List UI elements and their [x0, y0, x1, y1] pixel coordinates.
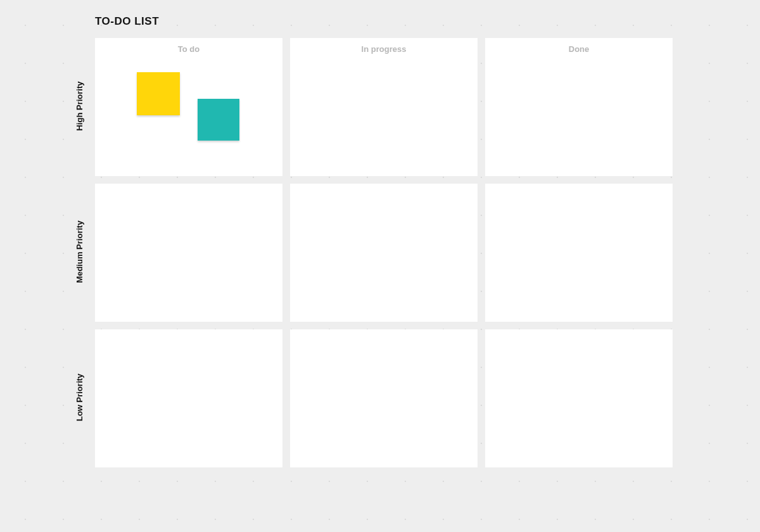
- row-label-low-priority: Low Priority: [75, 353, 84, 442]
- column-header-done: Done: [485, 38, 673, 54]
- cell-low-done[interactable]: [485, 329, 673, 467]
- column-header-todo: To do: [95, 38, 282, 54]
- cell-high-inprogress[interactable]: In progress: [290, 38, 478, 176]
- cell-low-todo[interactable]: [95, 329, 282, 467]
- cell-medium-done[interactable]: [485, 184, 673, 322]
- cell-high-todo[interactable]: To do: [95, 38, 282, 176]
- row-label-high-priority: High Priority: [75, 62, 84, 151]
- kanban-grid: To do In progress Done: [95, 38, 673, 467]
- row-label-medium-priority: Medium Priority: [75, 208, 84, 296]
- cell-medium-todo[interactable]: [95, 184, 282, 322]
- sticky-note-teal[interactable]: [198, 99, 239, 141]
- cell-low-inprogress[interactable]: [290, 329, 478, 467]
- column-header-inprogress: In progress: [290, 38, 478, 54]
- cell-high-done[interactable]: Done: [485, 38, 673, 176]
- cell-medium-inprogress[interactable]: [290, 184, 478, 322]
- board-title: TO-DO LIST: [95, 15, 159, 28]
- sticky-note-yellow[interactable]: [137, 72, 180, 115]
